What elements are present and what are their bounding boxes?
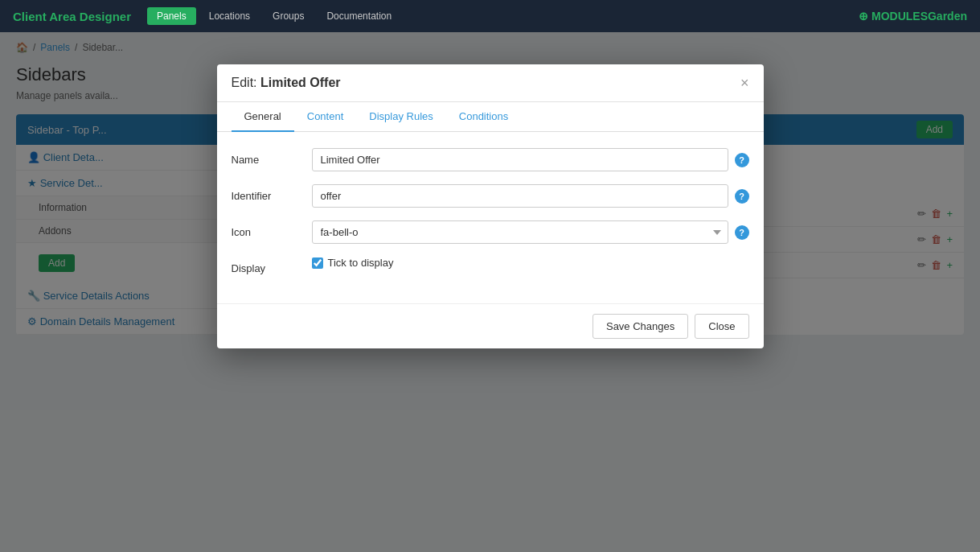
content-area: 🏠 / Panels / Sidebar... Sidebars Manage … xyxy=(0,32,980,552)
tab-content[interactable]: Content xyxy=(294,102,357,132)
modal-overlay: Edit: Limited Offer × General Content Di… xyxy=(0,32,980,552)
display-checkbox-wrap: Tick to display xyxy=(312,257,394,269)
nav-items: Panels Locations Groups Documentation xyxy=(147,7,401,25)
icon-help-icon[interactable]: ? xyxy=(735,225,749,240)
display-control-wrap: Tick to display xyxy=(312,257,749,269)
display-checkbox[interactable] xyxy=(312,257,323,269)
tab-conditions[interactable]: Conditions xyxy=(446,102,521,132)
identifier-label: Identifier xyxy=(232,184,312,202)
modal-body: Name ? Identifier ? Icon xyxy=(217,132,764,303)
icon-control-wrap: fa-bell-ofa-starfa-userfa-homefa-cog ? xyxy=(312,220,749,244)
tab-display-rules[interactable]: Display Rules xyxy=(356,102,445,132)
nav-item-panels[interactable]: Panels xyxy=(147,7,196,25)
modal-title: Edit: Limited Offer xyxy=(232,76,341,90)
save-changes-button[interactable]: Save Changes xyxy=(593,314,688,339)
name-input[interactable] xyxy=(312,148,728,171)
tab-general[interactable]: General xyxy=(232,102,294,132)
identifier-control-wrap: ? xyxy=(312,184,749,208)
top-nav: Client Area Designer Panels Locations Gr… xyxy=(0,0,980,32)
modal-footer: Save Changes Close xyxy=(217,303,764,348)
identifier-row: Identifier ? xyxy=(232,184,749,208)
icon-select[interactable]: fa-bell-ofa-starfa-userfa-homefa-cog xyxy=(312,220,728,244)
nav-item-documentation[interactable]: Documentation xyxy=(317,7,401,25)
name-label: Name xyxy=(232,148,312,166)
modal-close-button[interactable]: × xyxy=(740,76,749,90)
logo-icon: ⊕ xyxy=(859,10,868,23)
modal-header: Edit: Limited Offer × xyxy=(217,64,764,102)
modal-dialog: Edit: Limited Offer × General Content Di… xyxy=(217,64,764,348)
app-logo: ⊕ MODULESGarden xyxy=(859,10,967,23)
identifier-input[interactable] xyxy=(312,184,728,208)
display-row: Display Tick to display xyxy=(232,257,749,274)
nav-item-groups[interactable]: Groups xyxy=(263,7,314,25)
name-help-icon[interactable]: ? xyxy=(735,153,749,167)
icon-label: Icon xyxy=(232,220,312,238)
identifier-help-icon[interactable]: ? xyxy=(735,189,749,204)
modal-tabs: General Content Display Rules Conditions xyxy=(217,102,764,132)
app-brand: Client Area Designer xyxy=(13,10,131,23)
close-button[interactable]: Close xyxy=(695,314,748,339)
name-control-wrap: ? xyxy=(312,148,749,171)
display-checkbox-label: Tick to display xyxy=(328,257,394,269)
name-row: Name ? xyxy=(232,148,749,171)
nav-item-locations[interactable]: Locations xyxy=(199,7,260,25)
display-label: Display xyxy=(232,257,312,274)
icon-row: Icon fa-bell-ofa-starfa-userfa-homefa-co… xyxy=(232,220,749,244)
